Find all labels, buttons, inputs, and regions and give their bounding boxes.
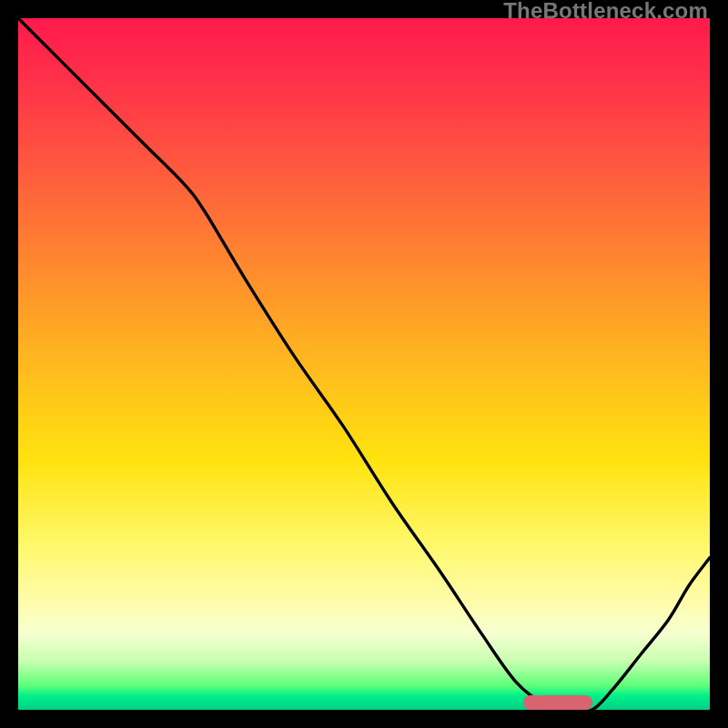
chart-frame <box>18 18 710 710</box>
curve-path <box>18 18 710 712</box>
bottleneck-curve <box>18 18 710 710</box>
optimal-marker <box>523 695 592 710</box>
